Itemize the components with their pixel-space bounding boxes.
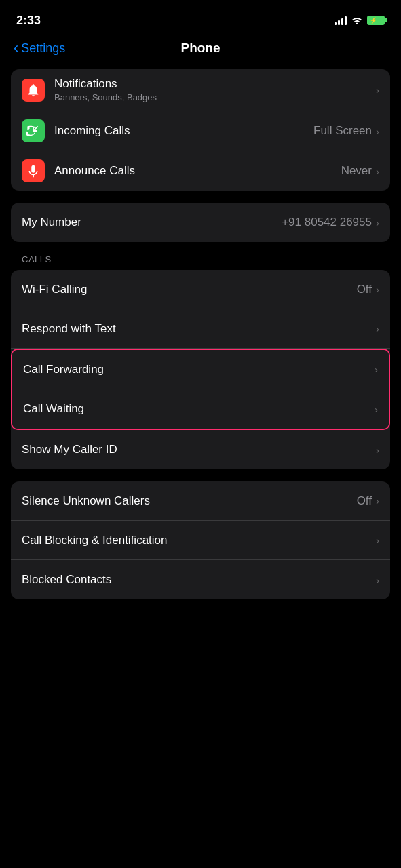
incoming-calls-value: Full Screen (313, 124, 372, 138)
calls-group: Wi-Fi Calling Off › Respond with Text › (11, 270, 390, 469)
incoming-calls-right: Full Screen › (313, 124, 379, 138)
notifications-content: Notifications Banners, Sounds, Badges (54, 77, 375, 102)
status-time: 2:33 (16, 14, 41, 28)
calls-section-label: CALLS (11, 254, 390, 270)
announce-calls-right: Never › (341, 164, 379, 178)
my-number-right: +91 80542 26955 › (282, 216, 379, 229)
blocked-contacts-title: Blocked Contacts (22, 573, 375, 587)
chevron-icon: › (376, 84, 379, 96)
battery-icon: ⚡ (367, 16, 385, 25)
call-blocking-content: Call Blocking & Identification (22, 534, 375, 547)
chevron-icon: › (376, 444, 379, 456)
status-icons: ⚡ (335, 15, 385, 26)
wifi-icon (351, 15, 363, 26)
wifi-calling-right: Off › (357, 283, 379, 296)
chevron-icon: › (376, 283, 379, 295)
call-blocking-title: Call Blocking & Identification (22, 534, 375, 547)
respond-text-title: Respond with Text (22, 322, 375, 336)
announce-calls-row[interactable]: Announce Calls Never › (11, 151, 390, 191)
nav-bar: ‹ Settings Phone (0, 37, 401, 62)
silence-unknown-content: Silence Unknown Callers (22, 494, 357, 508)
notifications-row[interactable]: Notifications Banners, Sounds, Badges › (11, 69, 390, 111)
bottom-group: Silence Unknown Callers Off › Call Block… (11, 481, 390, 599)
incoming-calls-icon (22, 119, 45, 142)
caller-id-content: Show My Caller ID (22, 443, 375, 456)
notifications-subtitle: Banners, Sounds, Badges (54, 92, 375, 102)
blocked-contacts-content: Blocked Contacts (22, 573, 375, 587)
call-waiting-right: › (373, 403, 378, 415)
wifi-calling-title: Wi-Fi Calling (22, 283, 357, 296)
blocked-contacts-row[interactable]: Blocked Contacts › (11, 560, 390, 599)
caller-id-right: › (375, 444, 379, 456)
chevron-icon: › (376, 217, 379, 229)
signal-icon (335, 16, 347, 25)
chevron-icon: › (375, 363, 378, 375)
caller-id-title: Show My Caller ID (22, 443, 375, 456)
chevron-icon: › (376, 165, 379, 177)
caller-id-row[interactable]: Show My Caller ID › (11, 430, 390, 469)
chevron-icon: › (375, 403, 378, 415)
incoming-calls-row[interactable]: Incoming Calls Full Screen › (11, 111, 390, 151)
wifi-calling-value: Off (357, 283, 372, 296)
silence-unknown-right: Off › (357, 494, 379, 508)
notifications-title: Notifications (54, 77, 375, 91)
notifications-icon (22, 79, 45, 102)
call-forwarding-title: Call Forwarding (23, 363, 373, 376)
respond-text-right: › (375, 323, 379, 334)
notifications-group: Notifications Banners, Sounds, Badges › … (11, 69, 390, 191)
chevron-icon: › (376, 125, 379, 137)
chevron-icon: › (376, 495, 379, 507)
incoming-calls-title: Incoming Calls (54, 124, 313, 138)
my-number-row[interactable]: My Number +91 80542 26955 › (11, 203, 390, 242)
back-button[interactable]: ‹ Settings (14, 40, 65, 57)
call-waiting-row[interactable]: Call Waiting › (12, 389, 389, 429)
call-waiting-content: Call Waiting (23, 402, 373, 416)
call-forwarding-right: › (373, 363, 378, 375)
chevron-icon: › (376, 574, 379, 586)
announce-calls-icon (22, 159, 45, 182)
announce-calls-title: Announce Calls (54, 164, 341, 178)
call-forwarding-row[interactable]: Call Forwarding › (12, 350, 389, 389)
announce-calls-content: Announce Calls (54, 164, 341, 178)
calls-section: CALLS Wi-Fi Calling Off › Respond with T… (11, 254, 390, 469)
back-chevron-icon: ‹ (14, 39, 18, 57)
my-number-title: My Number (22, 216, 282, 229)
call-blocking-right: › (375, 534, 379, 546)
silence-unknown-title: Silence Unknown Callers (22, 494, 357, 508)
back-label: Settings (21, 41, 65, 56)
call-waiting-title: Call Waiting (23, 402, 373, 416)
my-number-value: +91 80542 26955 (282, 216, 372, 229)
blocked-contacts-right: › (375, 574, 379, 586)
announce-calls-value: Never (341, 164, 372, 178)
my-number-group: My Number +91 80542 26955 › (11, 203, 390, 242)
call-blocking-row[interactable]: Call Blocking & Identification › (11, 521, 390, 560)
wifi-calling-row[interactable]: Wi-Fi Calling Off › (11, 270, 390, 309)
settings-content: Notifications Banners, Sounds, Badges › … (0, 62, 401, 599)
respond-text-content: Respond with Text (22, 322, 375, 336)
page-title: Phone (180, 41, 220, 56)
silence-unknown-value: Off (357, 494, 372, 508)
wifi-calling-content: Wi-Fi Calling (22, 283, 357, 296)
silence-unknown-row[interactable]: Silence Unknown Callers Off › (11, 481, 390, 521)
incoming-calls-content: Incoming Calls (54, 124, 313, 138)
call-forwarding-content: Call Forwarding (23, 363, 373, 376)
notifications-right: › (375, 84, 379, 96)
my-number-content: My Number (22, 216, 282, 229)
respond-text-row[interactable]: Respond with Text › (11, 309, 390, 349)
highlight-border: Call Forwarding › Call Waiting › (11, 349, 390, 430)
chevron-icon: › (376, 323, 379, 334)
status-bar: 2:33 ⚡ (0, 0, 401, 37)
chevron-icon: › (376, 534, 379, 546)
